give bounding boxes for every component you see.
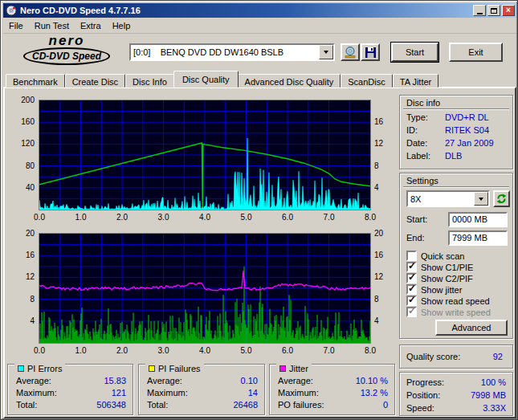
pi-errors-chart: 20016012080401612840.01.02.03.04.05.06.0… xyxy=(9,97,394,224)
stat-label: Maximum: xyxy=(147,388,188,398)
axis-tick-label: 0.0 xyxy=(28,213,51,222)
stat-label: PO failures: xyxy=(278,400,324,410)
advanced-button[interactable]: Advanced xyxy=(435,320,508,336)
tab-strip: Benchmark Create Disc Disc Info Disc Qua… xyxy=(6,71,438,88)
close-button[interactable]: × xyxy=(502,5,515,16)
checkbox-show-c1-pie[interactable]: Show C1/PIE xyxy=(406,262,473,272)
axis-tick-label: 12 xyxy=(374,139,390,148)
maximize-button[interactable] xyxy=(487,5,500,16)
save-button[interactable] xyxy=(361,43,380,61)
pi-errors-color-swatch xyxy=(18,365,24,372)
checkbox-icon xyxy=(406,307,417,317)
axis-tick-label: 7.0 xyxy=(318,346,341,355)
menu-help[interactable]: Help xyxy=(107,19,137,32)
axis-tick-label: 4 xyxy=(374,316,390,325)
progress-value: 100 % xyxy=(481,377,506,387)
checkbox-show-read-speed[interactable]: Show read speed xyxy=(406,296,490,306)
axis-tick-label: 8.0 xyxy=(359,213,381,222)
speed-dropdown-button[interactable] xyxy=(474,192,488,206)
divider xyxy=(403,186,509,188)
progress-label: Progress: xyxy=(406,377,444,387)
titlebar: Nero CD-DVD Speed 4.7.7.16 × xyxy=(3,3,516,18)
speed-selector[interactable]: 8X xyxy=(406,190,490,207)
axis-tick-label: 8 xyxy=(374,161,390,170)
checkbox-show-write-speed[interactable]: Show write speed xyxy=(406,307,491,317)
position-value: 7998 MB xyxy=(471,390,506,400)
chevron-down-icon xyxy=(479,198,483,201)
axis-tick-label: 160 xyxy=(9,117,35,126)
axis-tick-label: 1.0 xyxy=(70,346,92,355)
drive-selector-dropdown-button[interactable] xyxy=(319,45,333,59)
checkbox-show-c2-pif[interactable]: Show C2/PIF xyxy=(406,273,473,283)
axis-tick-label: 20 xyxy=(374,229,390,238)
start-button[interactable]: Start xyxy=(391,43,438,62)
quality-score-label: Quality score: xyxy=(406,352,460,361)
tab-create-disc[interactable]: Create Disc xyxy=(65,74,125,88)
maximize-icon xyxy=(491,8,497,14)
axis-tick-label: 12 xyxy=(9,272,35,281)
stat-value: 506348 xyxy=(96,400,126,410)
axis-tick-label: 12 xyxy=(374,272,390,281)
axis-tick-label: 4 xyxy=(374,183,390,192)
axis-tick-label: 8 xyxy=(9,295,35,304)
tab-advanced-disc-quality[interactable]: Advanced Disc Quality xyxy=(238,74,341,88)
progress-panel: Progress:100 % Position:7998 MB Speed:3.… xyxy=(399,372,513,416)
stat-value: 0.10 xyxy=(241,376,258,386)
stat-value: 15.83 xyxy=(104,376,126,386)
stat-label: Average: xyxy=(278,376,313,386)
tab-disc-quality[interactable]: Disc Quality xyxy=(173,71,239,88)
refresh-icon xyxy=(496,194,507,204)
disc-label-label: Label: xyxy=(406,151,430,161)
chart-top-plot xyxy=(39,100,370,210)
checkbox-label: Show jitter xyxy=(421,285,462,295)
pi-failures-chart: 20161284201612840.01.02.03.04.05.06.07.0… xyxy=(9,230,394,357)
jitter-legend: Jitter xyxy=(276,363,312,373)
stat-label: Average: xyxy=(147,376,182,386)
tab-disc-info[interactable]: Disc Info xyxy=(125,74,174,88)
refresh-button[interactable] xyxy=(493,190,510,207)
start-position-field[interactable]: 0000 MB xyxy=(448,212,508,227)
app-window: Nero CD-DVD Speed 4.7.7.16 × File Run Te… xyxy=(0,0,518,420)
menu-extra[interactable]: Extra xyxy=(75,19,107,32)
speed-label: Speed: xyxy=(406,403,434,413)
end-position-field[interactable]: 7999 MB xyxy=(448,230,508,246)
drive-selector[interactable]: [0:0] BENQ DVD DD DW1640 BSLB xyxy=(129,43,335,61)
quality-score-panel: Quality score: 92 xyxy=(399,345,513,369)
eject-button[interactable] xyxy=(341,43,360,61)
tab-scandisc[interactable]: ScanDisc xyxy=(341,74,392,88)
disc-type-label: Type: xyxy=(406,112,428,122)
tab-ta-jitter[interactable]: TA Jitter xyxy=(393,74,439,88)
disc-date-label: Date: xyxy=(406,138,427,148)
pi-errors-legend-label: PI Errors xyxy=(27,364,62,373)
minimize-button[interactable] xyxy=(473,5,486,16)
window-title: Nero CD-DVD Speed 4.7.7.16 xyxy=(20,6,141,15)
stat-value: 0 xyxy=(383,400,388,410)
axis-tick-label: 5.0 xyxy=(235,346,258,355)
save-icon xyxy=(365,47,377,59)
checkbox-label: Show C1/PIE xyxy=(421,263,473,272)
axis-tick-label: 5.0 xyxy=(235,213,258,222)
axis-tick-label: 0.0 xyxy=(28,346,51,355)
menu-file[interactable]: File xyxy=(3,19,29,32)
position-label: Position: xyxy=(406,390,440,400)
eject-disc-icon xyxy=(344,46,357,59)
stat-label: Total: xyxy=(16,400,37,410)
disc-id-value: RITEK S04 xyxy=(445,125,489,135)
end-position-label: End: xyxy=(406,233,425,243)
close-icon: × xyxy=(506,6,511,14)
axis-tick-label: 200 xyxy=(9,96,35,104)
settings-title: Settings xyxy=(406,176,438,186)
tab-benchmark[interactable]: Benchmark xyxy=(6,74,65,88)
divider xyxy=(403,108,509,110)
nero-brand-text: nero xyxy=(6,34,128,47)
pi-failures-legend: PI Failures xyxy=(145,363,204,373)
axis-tick-label: 16 xyxy=(9,251,35,259)
axis-tick-label: 8 xyxy=(374,295,390,304)
axis-tick-label: 3.0 xyxy=(153,346,175,355)
axis-tick-label: 2.0 xyxy=(111,213,133,222)
exit-button[interactable]: Exit xyxy=(449,43,503,62)
start-position-label: Start: xyxy=(406,214,427,224)
minimize-icon xyxy=(477,13,483,14)
menu-run-test[interactable]: Run Test xyxy=(29,19,75,32)
checkbox-label: Show write speed xyxy=(421,308,491,317)
